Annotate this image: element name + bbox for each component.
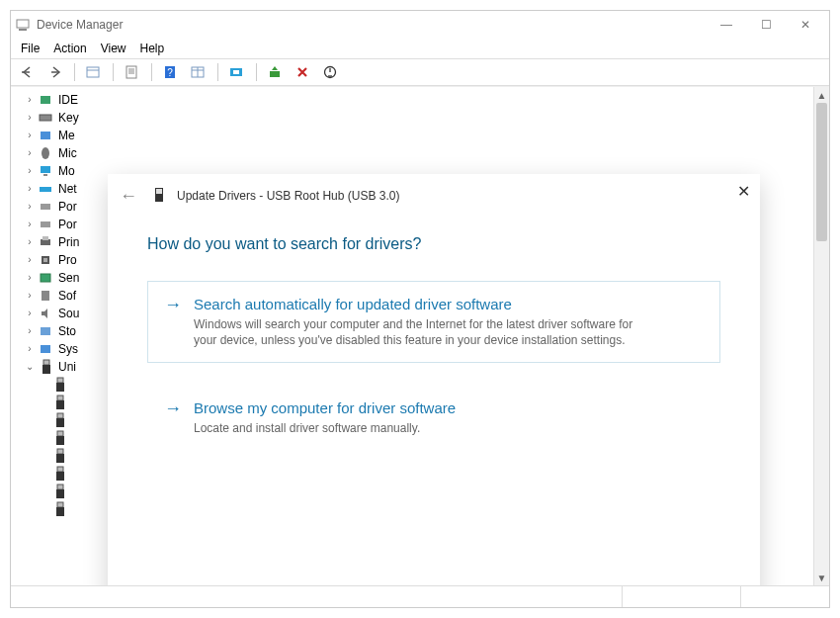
svg-rect-31: [42, 291, 49, 301]
tree-item-label: IDE: [58, 91, 78, 109]
app-icon: [15, 17, 31, 33]
dialog-body: How do you want to search for drivers? →…: [108, 218, 760, 585]
scroll-thumb[interactable]: [816, 103, 827, 241]
chevron-icon[interactable]: ›: [25, 322, 35, 340]
update-driver-icon[interactable]: [265, 62, 287, 82]
sensor-icon: [39, 271, 54, 285]
status-cell: [11, 586, 622, 607]
show-hidden-icon[interactable]: [83, 62, 105, 82]
usb-icon: [52, 396, 68, 409]
statusbar: [11, 585, 829, 607]
dialog-close-icon[interactable]: ✕: [737, 182, 750, 201]
chevron-icon[interactable]: ›: [25, 287, 35, 305]
chevron-icon[interactable]: ›: [25, 180, 35, 198]
svg-rect-49: [56, 489, 64, 498]
menu-file[interactable]: File: [21, 42, 40, 55]
toolbar-separator: [74, 63, 75, 81]
nav-back-icon[interactable]: [17, 62, 39, 82]
tree-item-label: Sou: [58, 305, 79, 322]
usb-icon: [52, 485, 68, 498]
chevron-icon[interactable]: ›: [25, 162, 35, 180]
toolbar-separator: [256, 63, 257, 81]
chevron-icon[interactable]: ›: [25, 144, 35, 162]
sound-icon: [39, 307, 54, 320]
properties-icon[interactable]: [122, 62, 143, 82]
tree-item-label: Sof: [58, 287, 76, 305]
usb-icon: [52, 378, 68, 392]
svg-rect-23: [40, 187, 51, 192]
chevron-icon[interactable]: ›: [25, 233, 35, 251]
svg-rect-40: [57, 413, 63, 418]
dialog-heading: How do you want to search for drivers?: [147, 235, 720, 253]
status-cell: [740, 586, 829, 607]
svg-rect-29: [43, 258, 47, 262]
usb-icon: [52, 502, 68, 516]
menu-action[interactable]: Action: [53, 42, 86, 55]
svg-rect-25: [41, 221, 50, 227]
chevron-icon[interactable]: ›: [25, 198, 35, 216]
chevron-icon[interactable]: ›: [25, 216, 35, 233]
toolbar: ?: [11, 58, 829, 86]
option-search-automatically[interactable]: → Search automatically for updated drive…: [147, 281, 720, 363]
scan-hardware-icon[interactable]: [226, 62, 248, 82]
chevron-icon[interactable]: ›: [25, 269, 35, 287]
svg-rect-30: [41, 274, 50, 282]
tree-item-label: Mo: [58, 162, 75, 180]
port-icon: [39, 200, 54, 214]
tree-item-label: Pro: [58, 251, 77, 269]
menubar: File Action View Help: [11, 39, 829, 58]
disable-icon[interactable]: [320, 62, 342, 82]
chevron-icon[interactable]: ›: [25, 109, 35, 127]
tree-item-label: Sen: [58, 269, 79, 287]
maximize-button[interactable]: ☐: [746, 11, 786, 39]
chevron-icon[interactable]: ›: [25, 251, 35, 269]
tree-item[interactable]: ›IDE: [25, 91, 829, 109]
tree-item[interactable]: ›Me: [25, 127, 829, 144]
system-icon: [39, 342, 54, 356]
chevron-icon[interactable]: ›: [25, 127, 35, 144]
svg-rect-0: [17, 20, 29, 28]
nav-forward-icon[interactable]: [44, 62, 66, 82]
svg-rect-34: [43, 360, 49, 365]
tree-item[interactable]: ›Mic: [25, 144, 829, 162]
usb-icon: [52, 413, 68, 427]
tree-item-label: Me: [58, 127, 75, 144]
body-area: ›IDE›Key›Me›Mic›Mo›Net›Por›Por›Prin›Pro›…: [11, 86, 829, 585]
action-icon[interactable]: [188, 62, 210, 82]
svg-rect-37: [56, 383, 64, 392]
svg-rect-4: [126, 66, 136, 78]
usb-icon: [39, 360, 54, 374]
vertical-scrollbar[interactable]: ▲ ▼: [813, 87, 829, 585]
menu-help[interactable]: Help: [140, 42, 165, 55]
svg-rect-51: [56, 507, 64, 516]
svg-rect-15: [270, 71, 280, 77]
svg-rect-39: [56, 400, 64, 409]
tree-item-label: Por: [58, 216, 77, 233]
toolbar-separator: [113, 63, 114, 81]
svg-rect-48: [57, 485, 63, 489]
help-icon[interactable]: ?: [160, 62, 182, 82]
scroll-down-icon[interactable]: ▼: [814, 570, 829, 585]
svg-rect-36: [57, 378, 63, 383]
update-drivers-dialog: ✕ ← Update Drivers - USB Root Hub (USB 3…: [108, 174, 760, 585]
titlebar: Device Manager — ☐ ✕: [11, 11, 829, 39]
chevron-icon[interactable]: ›: [25, 340, 35, 358]
scroll-up-icon[interactable]: ▲: [814, 87, 829, 103]
tree-item[interactable]: ›Key: [25, 109, 829, 127]
option-description: Windows will search your computer and th…: [194, 316, 648, 348]
menu-view[interactable]: View: [101, 42, 126, 55]
chevron-icon[interactable]: ⌄: [25, 358, 35, 376]
uninstall-icon[interactable]: [293, 62, 314, 82]
storage-icon: [39, 324, 54, 338]
chevron-icon[interactable]: ›: [25, 305, 35, 322]
dialog-back-icon[interactable]: ←: [120, 186, 143, 207]
option-browse-computer[interactable]: → Browse my computer for driver software…: [147, 385, 720, 451]
svg-rect-46: [57, 467, 63, 472]
close-button[interactable]: ✕: [786, 11, 825, 39]
window-controls: — ☐ ✕: [707, 11, 825, 39]
svg-rect-18: [40, 115, 51, 121]
chevron-icon[interactable]: ›: [25, 91, 35, 109]
minimize-button[interactable]: —: [707, 11, 746, 39]
monitor-icon: [39, 164, 54, 178]
mouse-icon: [39, 146, 54, 160]
